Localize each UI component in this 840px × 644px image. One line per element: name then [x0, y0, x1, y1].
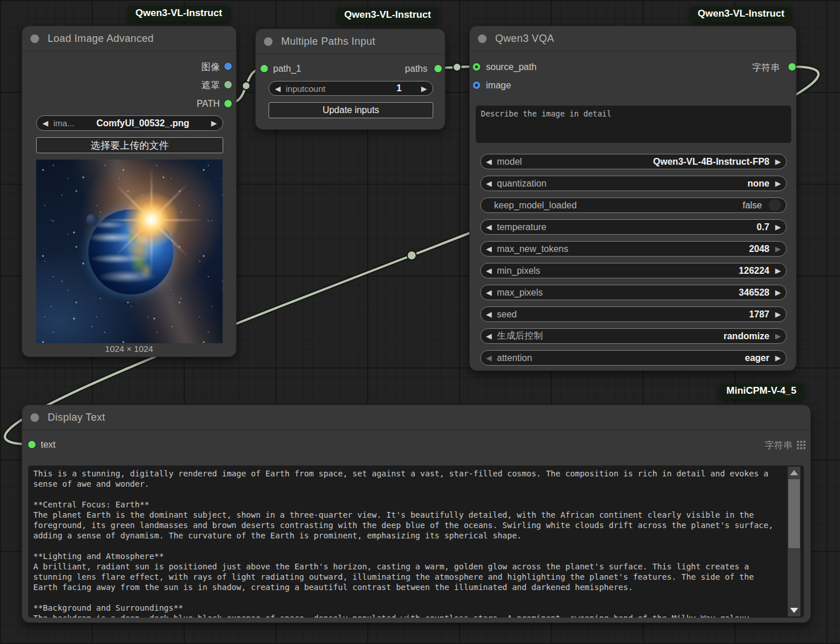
model-badge: MiniCPM-V-4_5	[719, 383, 804, 399]
decrement-arrow-icon[interactable]: ◀	[486, 289, 492, 296]
display-textarea[interactable]: This is a stunning, digitally rendered i…	[28, 465, 804, 618]
node-display-text[interactable]: Display Text text 字符串 This is a stunning…	[22, 405, 811, 623]
inputcount-value: 1	[331, 83, 402, 94]
scroll-up-arrow-icon[interactable]	[790, 470, 798, 475]
next-value-arrow-icon[interactable]: ▶	[775, 354, 781, 362]
upload-file-button[interactable]: 选择要上传的文件	[36, 137, 223, 153]
widget-value: 346528	[549, 288, 769, 298]
widget-temperature[interactable]: ◀ temperature 0.7 ▶	[480, 219, 787, 235]
node-qwen3-vqa[interactable]: Qwen3 VQA source_path image 字符串 Describe…	[469, 26, 796, 371]
widget-value: 126224	[546, 266, 769, 276]
image-preview	[36, 160, 223, 343]
collapse-dot[interactable]	[264, 37, 273, 46]
node-load-image-advanced[interactable]: Load Image Advanced 图像 遮罩 PATH ◀ ima... …	[22, 26, 236, 357]
node-header: Multiple Paths Input	[256, 29, 445, 54]
model-badge: Qwen3-VL-Instruct	[337, 7, 438, 24]
output-label-image: 图像	[201, 61, 220, 73]
node-graph-canvas[interactable]: Qwen3-VL-Instruct Qwen3-VL-Instruct Qwen…	[0, 0, 840, 644]
output-socket-mask[interactable]	[224, 81, 232, 88]
increment-arrow-icon[interactable]: ▶	[775, 267, 781, 274]
model-badge: Qwen3-VL-Instruct	[128, 6, 230, 22]
widget-value: 1787	[523, 309, 769, 320]
prompt-text: Describe the image in detail	[481, 109, 787, 119]
widget-attention[interactable]: ◀ attention eager ▶	[480, 350, 787, 366]
increment-arrow-icon[interactable]: ▶	[421, 85, 427, 92]
node-multiple-paths-input[interactable]: Multiple Paths Input path_1 paths ◀ inpu…	[255, 29, 445, 130]
node-header: Load Image Advanced	[22, 26, 236, 51]
input-socket-path1[interactable]	[260, 65, 268, 72]
widget-label: quantization	[497, 179, 546, 189]
prev-value-arrow-icon[interactable]: ◀	[486, 158, 492, 165]
decrement-arrow-icon[interactable]: ◀	[486, 311, 492, 318]
next-value-arrow-icon[interactable]: ▶	[775, 158, 781, 165]
widget-quantization[interactable]: ◀ quantization none ▶	[480, 176, 787, 191]
widget-max-new-tokens[interactable]: ◀ max_new_tokens 2048 ▶	[480, 241, 787, 257]
widget-label: 生成后控制	[497, 330, 543, 342]
inputcount-label: inputcount	[286, 84, 325, 94]
combo-value: ComfyUI_00532_.png	[80, 118, 205, 129]
increment-arrow-icon[interactable]: ▶	[775, 223, 781, 231]
grid-icon[interactable]	[797, 441, 806, 449]
next-value-arrow-icon[interactable]: ▶	[775, 332, 781, 340]
widget-value: eager	[538, 353, 769, 363]
prev-value-arrow-icon[interactable]: ◀	[486, 332, 492, 340]
prev-value-arrow-icon[interactable]: ◀	[42, 119, 48, 127]
output-socket-path[interactable]	[224, 100, 232, 107]
image-combo-widget[interactable]: ◀ ima... ComfyUI_00532_.png ▶	[36, 115, 223, 131]
output-socket-string[interactable]	[788, 63, 796, 71]
scroll-down-arrow-icon[interactable]	[790, 608, 798, 613]
collapse-dot[interactable]	[478, 34, 487, 43]
prev-value-arrow-icon[interactable]: ◀	[486, 354, 492, 362]
next-value-arrow-icon[interactable]: ▶	[775, 180, 781, 187]
widget-control-after-generate[interactable]: ◀ 生成后控制 randomize ▶	[480, 328, 787, 344]
prompt-textarea[interactable]: Describe the image in detail	[476, 106, 791, 143]
input-label-source-path: source_path	[486, 62, 536, 72]
scrollbar-thumb[interactable]	[788, 479, 800, 548]
scrollbar[interactable]	[788, 467, 800, 616]
output-label-path: PATH	[197, 99, 220, 109]
widget-label: max_pixels	[497, 288, 543, 298]
widget-label: model	[497, 157, 522, 167]
output-socket-paths[interactable]	[434, 65, 442, 72]
sun	[123, 191, 180, 249]
decrement-arrow-icon[interactable]: ◀	[486, 223, 492, 231]
node-title: Multiple Paths Input	[281, 36, 375, 48]
update-inputs-button[interactable]: Update inputs	[269, 102, 433, 118]
widget-label: keep_model_loaded	[494, 200, 577, 211]
decrement-arrow-icon[interactable]: ◀	[275, 85, 281, 92]
decrement-arrow-icon[interactable]: ◀	[486, 267, 492, 274]
widget-model[interactable]: ◀ model Qwen3-VL-4B-Instruct-FP8 ▶	[480, 154, 787, 169]
widget-value: 0.7	[552, 222, 769, 232]
increment-arrow-icon[interactable]: ▶	[775, 311, 781, 318]
toggle-knob[interactable]	[769, 199, 781, 211]
widget-value: randomize	[549, 331, 769, 342]
input-label-image: image	[486, 80, 511, 91]
widget-min-pixels[interactable]: ◀ min_pixels 126224 ▶	[480, 263, 787, 278]
model-badge: Qwen3-VL-Instruct	[690, 6, 792, 22]
combo-label: ima...	[53, 118, 75, 128]
node-header: Display Text	[22, 405, 810, 430]
increment-arrow-icon[interactable]: ▶	[775, 289, 781, 296]
collapse-dot[interactable]	[30, 413, 39, 422]
next-value-arrow-icon[interactable]: ▶	[211, 119, 217, 127]
node-header: Qwen3 VQA	[470, 26, 796, 51]
increment-arrow-icon[interactable]: ▶	[775, 245, 781, 253]
prev-value-arrow-icon[interactable]: ◀	[486, 180, 492, 187]
input-socket-text[interactable]	[28, 441, 36, 448]
collapse-dot[interactable]	[30, 34, 39, 43]
widget-value: Qwen3-VL-4B-Instruct-FP8	[528, 157, 769, 167]
inputcount-widget[interactable]: ◀ inputcount 1 ▶	[269, 81, 433, 96]
moon	[86, 214, 99, 226]
output-label-string: 字符串	[752, 62, 780, 74]
widget-value: 2048	[574, 244, 769, 254]
image-size-caption: 1024 × 1024	[22, 344, 236, 354]
widget-max-pixels[interactable]: ◀ max_pixels 346528 ▶	[480, 285, 787, 300]
widget-seed[interactable]: ◀ seed 1787 ▶	[480, 307, 787, 322]
input-socket-source-path[interactable]	[473, 63, 480, 71]
decrement-arrow-icon[interactable]: ◀	[486, 245, 492, 253]
widget-keep-model-loaded[interactable]: keep_model_loaded false	[480, 197, 787, 213]
output-socket-image[interactable]	[224, 63, 232, 70]
input-label-text: text	[41, 440, 56, 450]
input-socket-image[interactable]	[473, 82, 480, 89]
display-text-content: This is a stunning, digitally rendered i…	[33, 468, 773, 618]
